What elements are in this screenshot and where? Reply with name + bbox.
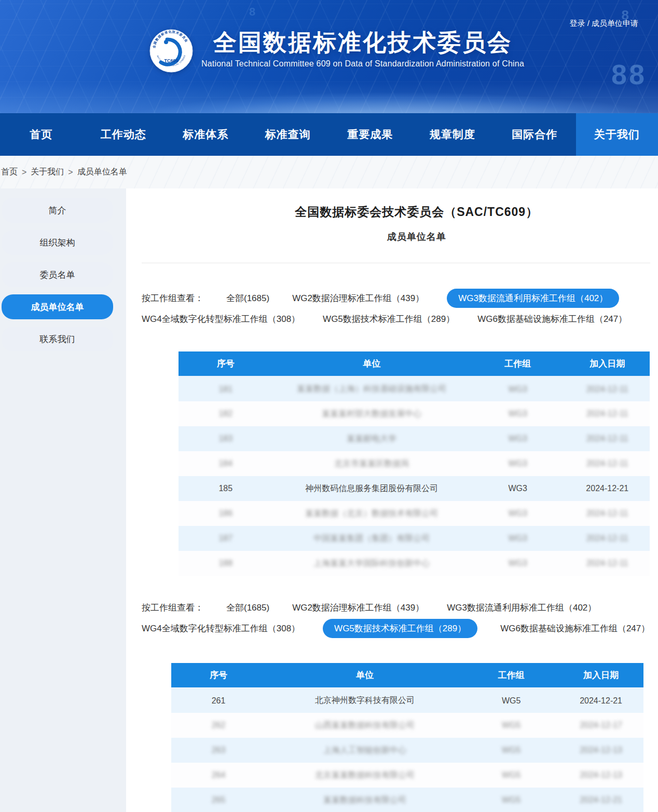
- filter-wg2[interactable]: WG2数据治理标准工作组（439）: [292, 292, 424, 304]
- site-subtitle-en: National Technical Committee 609 on Data…: [201, 59, 524, 69]
- row-unit: 神州数码信息服务集团股份有限公司: [305, 484, 438, 493]
- sidebar-item-contact[interactable]: 联系我们: [2, 327, 113, 351]
- table-row: 262 山西某某数据科技有限公司 WG5 2024-12-17: [171, 713, 643, 738]
- filter-wg6-2[interactable]: WG6数据基础设施标准工作组（247）: [500, 622, 650, 634]
- filter-wg3-2[interactable]: WG3数据流通利用标准工作组（402）: [447, 602, 596, 614]
- nav-item-about[interactable]: 关于我们: [576, 113, 658, 156]
- breadcrumb-about[interactable]: 关于我们: [31, 167, 64, 178]
- filter-group-2: 按工作组查看： 全部(1685) WG2数据治理标准工作组（439） WG3数据…: [142, 599, 650, 637]
- table-row: 265 某某数据科技有限公司 WG5 2024-12-21: [171, 788, 643, 812]
- row-no: 185: [218, 484, 232, 493]
- nav-item-news[interactable]: 工作动态: [83, 113, 165, 156]
- row-no: 184: [218, 459, 232, 468]
- filter-all[interactable]: 全部(1685): [226, 292, 269, 304]
- row-wg: WG3: [509, 385, 527, 394]
- filter-all-2[interactable]: 全部(1685): [226, 602, 269, 614]
- row-unit: 上海某某大学国际科技创新中心: [313, 559, 430, 567]
- row-no: 186: [218, 509, 232, 518]
- filter-wg5-2[interactable]: WG5数据技术标准工作组（289）: [323, 619, 477, 638]
- breadcrumb: 首页 > 关于我们 > 成员单位名单: [0, 156, 658, 188]
- row-date: 2024-12-11: [586, 409, 628, 418]
- table-row: 183 某某邮电大学 WG3 2024-12-11: [179, 426, 650, 451]
- row-unit: 某某数据（北京）数据技术有限公司: [305, 509, 438, 518]
- col-header-date: 加入日期: [565, 351, 650, 376]
- nav-item-home[interactable]: 首页: [0, 113, 83, 156]
- table-row: 188 上海某某大学国际科技创新中心 WG3 2024-12-11: [179, 551, 650, 576]
- row-unit: 中国某某集团（集团）有限公司: [313, 534, 430, 543]
- breadcrumb-home[interactable]: 首页: [1, 167, 18, 178]
- row-date: 2024-12-11: [586, 559, 628, 567]
- row-date: 2024-12-11: [586, 434, 628, 443]
- table-row: 181 某某数据（上海）科技基础设施有限公司 WG3 2024-12-11: [179, 376, 650, 401]
- site-banner: 8 88 8 登录 / 成员单位申请 全国数据标准化技术委员会 NATIONAL…: [0, 0, 658, 113]
- row-unit: 北京市某某区数据局: [334, 459, 409, 468]
- row-date: 2024-12-11: [586, 534, 628, 543]
- table-row: 185 神州数码信息服务集团股份有限公司 WG3 2024-12-21: [179, 476, 650, 501]
- breadcrumb-member-units: 成员单位名单: [77, 167, 127, 178]
- row-unit: 北京神州数字科技有限公司: [315, 696, 415, 705]
- page-title: 全国数据标委会技术委员会（SAC/TC609）: [126, 204, 658, 220]
- row-date: 2024-12-13: [580, 770, 622, 779]
- row-date: 2024-12-17: [580, 721, 622, 729]
- tc609-logo-icon: 全国数据标准化技术委员会 NATIONAL TECHNICAL COMMITTE…: [149, 29, 193, 73]
- login-apply-link[interactable]: 登录 / 成员单位申请: [569, 19, 638, 29]
- row-wg: WG5: [502, 770, 520, 779]
- col-header-wg: 工作组: [464, 663, 558, 688]
- sidebar: 简介 组织架构 委员名单 成员单位名单 联系我们: [0, 188, 126, 812]
- row-wg: WG3: [509, 484, 527, 493]
- filter-wg4[interactable]: WG4全域数字化转型标准工作组（308）: [142, 313, 300, 325]
- page-subtitle: 成员单位名单: [126, 231, 658, 243]
- logo-code-text: TC609: [164, 58, 178, 63]
- page: 8 88 8 登录 / 成员单位申请 全国数据标准化技术委员会 NATIONAL…: [0, 0, 658, 812]
- table-row: 264 北京某某数据科技有限公司 WG5 2024-12-13: [171, 763, 643, 788]
- table-row: 182 某某某村部大数据发展中心 WG3 2024-12-11: [179, 401, 650, 426]
- nav-item-achievements[interactable]: 重要成果: [329, 113, 412, 156]
- table-row: 187 中国某某集团（集团）有限公司 WG3 2024-12-11: [179, 526, 650, 551]
- row-no: 183: [218, 434, 232, 443]
- col-header-no: 序号: [179, 351, 273, 376]
- row-no: 263: [212, 746, 226, 754]
- col-header-unit: 单位: [273, 351, 471, 376]
- row-wg: WG3: [509, 559, 527, 567]
- row-date: 2024-12-21: [580, 795, 622, 804]
- row-no: 265: [212, 795, 226, 804]
- sidebar-item-member-units[interactable]: 成员单位名单: [2, 294, 113, 319]
- col-header-wg: 工作组: [471, 351, 565, 376]
- filter-group-label: 按工作组查看：: [142, 602, 203, 614]
- nav-item-regulations[interactable]: 规章制度: [412, 113, 494, 156]
- row-date: 2024-12-11: [586, 459, 628, 468]
- member-units-table-wg3: 序号 单位 工作组 加入日期 181 某某数据（上海）科技基础设施有限公司 WG…: [179, 351, 650, 576]
- row-no: 188: [218, 559, 232, 567]
- nav-item-international[interactable]: 国际合作: [494, 113, 576, 156]
- row-no: 261: [212, 696, 226, 705]
- row-unit: 上海人工智能创新中心: [323, 746, 406, 754]
- row-date: 2024-12-13: [580, 746, 622, 754]
- main-nav: 首页 工作动态 标准体系 标准查询 重要成果 规章制度 国际合作 关于我们: [0, 113, 658, 156]
- brand-text: 全国数据标准化技术委员会 National Technical Committe…: [201, 29, 524, 69]
- row-no: 262: [212, 721, 226, 729]
- filter-wg6[interactable]: WG6数据基础设施标准工作组（247）: [477, 313, 627, 325]
- row-unit: 北京某某数据科技有限公司: [315, 770, 415, 779]
- table-row: 184 北京市某某区数据局 WG3 2024-12-11: [179, 451, 650, 476]
- nav-item-standard-system[interactable]: 标准体系: [164, 113, 247, 156]
- sidebar-item-committee-members[interactable]: 委员名单: [2, 262, 113, 287]
- filter-group-label: 按工作组查看：: [142, 292, 203, 304]
- table-row: 261 北京神州数字科技有限公司 WG5 2024-12-21: [171, 688, 643, 713]
- nav-item-standard-query[interactable]: 标准查询: [247, 113, 330, 156]
- sidebar-item-intro[interactable]: 简介: [2, 198, 113, 223]
- brand: 全国数据标准化技术委员会 NATIONAL TECHNICAL COMMITTE…: [149, 29, 524, 73]
- table-header-row: 序号 单位 工作组 加入日期: [171, 663, 643, 688]
- sidebar-item-organization[interactable]: 组织架构: [2, 230, 113, 255]
- table-row: 186 某某数据（北京）数据技术有限公司 WG3 2024-12-11: [179, 501, 650, 526]
- row-date: 2024-12-11: [586, 385, 628, 394]
- filter-wg3[interactable]: WG3数据流通利用标准工作组（402）: [447, 289, 619, 308]
- filter-wg4-2[interactable]: WG4全域数字化转型标准工作组（308）: [142, 622, 300, 634]
- main-panel: 全国数据标委会技术委员会（SAC/TC609） 成员单位名单 点我提问 按工作组…: [126, 188, 658, 812]
- col-header-date: 加入日期: [558, 663, 643, 688]
- filter-wg5[interactable]: WG5数据技术标准工作组（289）: [323, 313, 455, 325]
- content-area: 简介 组织架构 委员名单 成员单位名单 联系我们 全国数据标委会技术委员会（SA…: [0, 188, 658, 812]
- row-unit: 某某某村部大数据发展中心: [322, 409, 421, 418]
- filter-wg2-2[interactable]: WG2数据治理标准工作组（439）: [292, 602, 424, 614]
- row-unit: 某某数据科技有限公司: [323, 795, 406, 804]
- col-header-unit: 单位: [266, 663, 464, 688]
